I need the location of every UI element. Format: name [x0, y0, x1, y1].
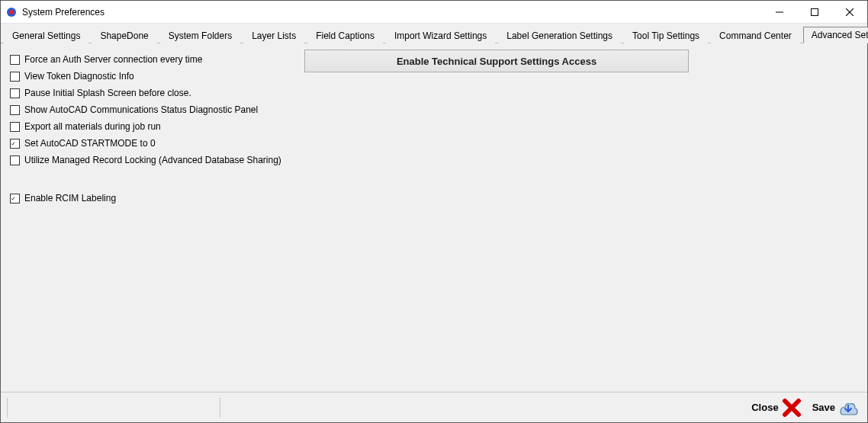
button-label: Enable Technical Support Settings Access: [397, 56, 596, 67]
option-label: View Token Diagnostic Info: [24, 71, 134, 82]
tab-field-captions[interactable]: Field Captions: [307, 27, 383, 43]
save-button[interactable]: Save: [809, 396, 861, 419]
tab-label: Label Generation Settings: [506, 30, 612, 41]
tab-label: General Settings: [12, 30, 80, 41]
tab-content-advanced: Enable Technical Support Settings Access…: [1, 43, 867, 392]
tab-general-settings[interactable]: General Settings: [4, 27, 88, 43]
checkbox-icon[interactable]: [10, 55, 20, 65]
option-pause-splash[interactable]: Pause Initial Splash Screen before close…: [10, 88, 858, 98]
minimize-button[interactable]: [762, 1, 797, 23]
footer-separator: [220, 398, 220, 418]
svg-rect-3: [812, 8, 818, 15]
checkbox-icon[interactable]: [10, 155, 20, 165]
tab-label: ShapeDone: [100, 30, 148, 41]
advanced-options-list: Force an Auth Server connection every ti…: [10, 54, 858, 203]
tab-system-folders[interactable]: System Folders: [160, 27, 240, 43]
checkbox-icon[interactable]: [10, 105, 20, 115]
option-enable-rcim-labeling[interactable]: Enable RCIM Labeling: [10, 193, 858, 203]
tabstrip: General Settings ShapeDone System Folder…: [1, 24, 867, 43]
svg-point-1: [9, 10, 14, 14]
checkbox-icon[interactable]: [10, 88, 20, 98]
option-label: Force an Auth Server connection every ti…: [24, 54, 202, 65]
tab-label: Tool Tip Settings: [632, 30, 699, 41]
checkbox-icon[interactable]: [10, 139, 20, 149]
option-label: Show AutoCAD Communications Status Diagn…: [24, 104, 258, 115]
tab-label-generation-settings[interactable]: Label Generation Settings: [498, 27, 621, 43]
footer-left: [4, 393, 227, 422]
tab-layer-lists[interactable]: Layer Lists: [243, 27, 304, 43]
footer-bar: Close Save: [1, 392, 867, 422]
tab-command-center[interactable]: Command Center: [711, 27, 800, 43]
tab-label: Command Center: [719, 30, 792, 41]
checkbox-icon[interactable]: [10, 194, 20, 203]
checkbox-icon[interactable]: [10, 122, 20, 132]
app-icon: [5, 6, 18, 18]
option-label: Pause Initial Splash Screen before close…: [24, 88, 191, 98]
option-show-autocad-comm-panel[interactable]: Show AutoCAD Communications Status Diagn…: [10, 104, 858, 115]
option-label: Utilize Managed Record Locking (Advanced…: [24, 155, 281, 165]
tab-label: Import Wizard Settings: [394, 30, 487, 41]
option-set-autocad-startmode[interactable]: Set AutoCAD STARTMODE to 0: [10, 138, 858, 149]
option-label: Export all materials during job run: [24, 121, 161, 132]
save-icon: [838, 398, 858, 418]
titlebar: System Preferences: [1, 1, 867, 24]
tab-label: Layer Lists: [252, 30, 296, 41]
tab-import-wizard-settings[interactable]: Import Wizard Settings: [386, 27, 495, 43]
close-window-button[interactable]: [832, 1, 867, 23]
enable-tech-support-button[interactable]: Enable Technical Support Settings Access: [304, 50, 689, 72]
option-label: Set AutoCAD STARTMODE to 0: [24, 138, 156, 149]
tab-label: Field Captions: [316, 30, 375, 41]
option-export-all-materials[interactable]: Export all materials during job run: [10, 121, 858, 132]
tab-advanced-settings[interactable]: Advanced Settings: [803, 27, 868, 43]
window-root: System Preferences General Settings Shap…: [0, 0, 868, 423]
close-icon: [782, 398, 802, 418]
window-controls: [762, 1, 867, 23]
option-managed-record-locking[interactable]: Utilize Managed Record Locking (Advanced…: [10, 155, 858, 165]
tab-shapedone[interactable]: ShapeDone: [92, 27, 156, 43]
tab-label: System Folders: [169, 30, 232, 41]
tab-label: Advanced Settings: [812, 30, 868, 40]
footer-separator: [7, 398, 8, 418]
button-label: Close: [751, 402, 778, 413]
close-button[interactable]: Close: [748, 396, 804, 419]
tab-tool-tip-settings[interactable]: Tool Tip Settings: [624, 27, 708, 43]
checkbox-icon[interactable]: [10, 72, 20, 82]
option-view-token-diagnostic[interactable]: View Token Diagnostic Info: [10, 71, 858, 82]
button-label: Save: [812, 402, 835, 413]
window-title: System Preferences: [22, 7, 104, 18]
option-label: Enable RCIM Labeling: [24, 193, 116, 203]
maximize-button[interactable]: [797, 1, 832, 23]
